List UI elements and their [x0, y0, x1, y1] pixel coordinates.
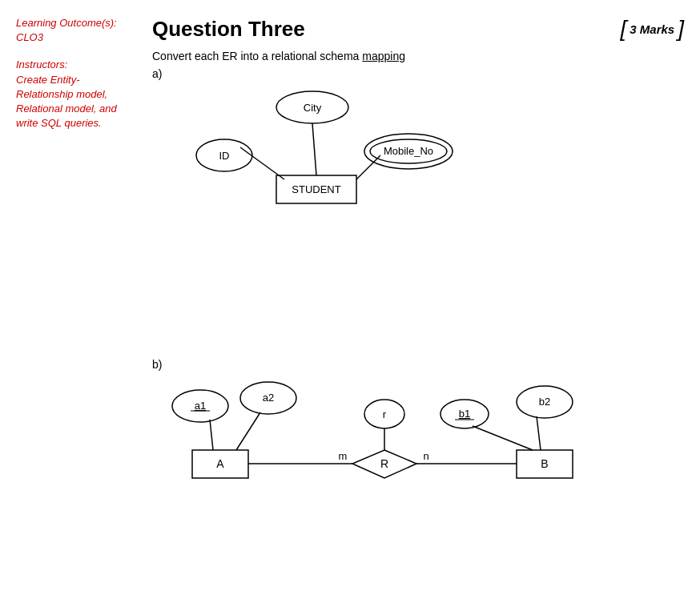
question-title: Question Three [152, 17, 305, 42]
part-b-label: b) [152, 358, 684, 371]
spacer [152, 214, 684, 358]
svg-text:m: m [339, 450, 348, 462]
diagram-part-b: A a1 a2 R r [152, 374, 684, 505]
svg-text:City: City [304, 102, 322, 114]
marks-label: 3 Marks [630, 22, 674, 36]
main-content: Question Three [ 3 Marks ] Convert each … [144, 16, 684, 579]
svg-line-19 [210, 420, 213, 450]
svg-text:R: R [380, 457, 388, 470]
svg-line-9 [312, 123, 316, 175]
svg-text:b2: b2 [539, 396, 550, 408]
instructors-note: Instructors: Create Entity-Relationship … [16, 58, 136, 131]
bracket-left-icon: [ [621, 16, 627, 42]
svg-text:a1: a1 [195, 400, 206, 412]
bracket-right-icon: ] [678, 16, 684, 42]
svg-text:ID: ID [219, 150, 230, 162]
svg-line-20 [236, 412, 260, 450]
mapping-link[interactable]: mapping [362, 50, 405, 62]
svg-line-34 [537, 416, 541, 450]
learning-outcome: Learning Outcome(s): CLO3 [16, 16, 136, 45]
svg-text:r: r [383, 408, 387, 420]
part-a-label: a) [152, 67, 684, 80]
diagram-part-a: City ID Mobile_No STUDENT [152, 83, 684, 214]
svg-text:Mobile_No: Mobile_No [384, 145, 433, 157]
svg-text:B: B [541, 457, 548, 470]
sidebar: Learning Outcome(s): CLO3 Instructors: C… [16, 16, 144, 579]
svg-line-33 [473, 426, 533, 450]
svg-text:n: n [423, 450, 428, 462]
instruction-text: Convert each ER into a relational schema… [152, 50, 684, 62]
header-row: Question Three [ 3 Marks ] [152, 16, 684, 42]
svg-text:b1: b1 [459, 408, 470, 420]
svg-text:STUDENT: STUDENT [292, 183, 340, 195]
marks-box: [ 3 Marks ] [621, 16, 684, 42]
svg-text:A: A [216, 457, 224, 470]
svg-text:a2: a2 [263, 392, 274, 404]
